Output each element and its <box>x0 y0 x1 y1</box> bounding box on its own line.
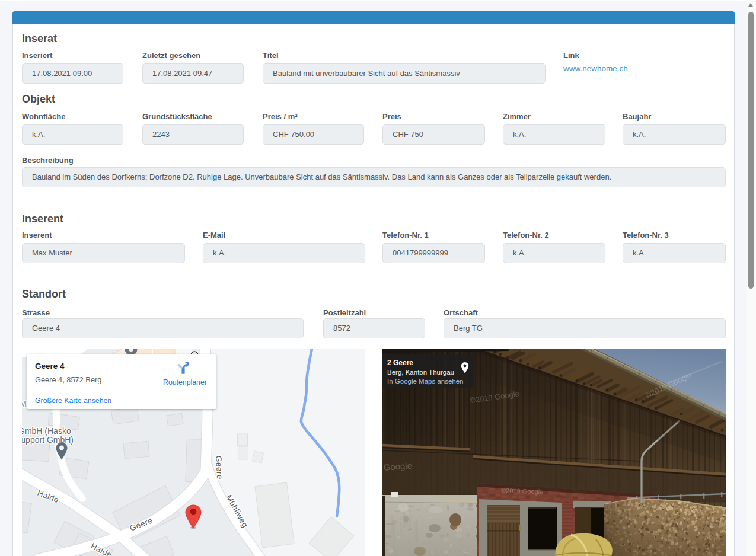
svg-text:Support GmbH): Support GmbH) <box>22 435 74 445</box>
svg-text:Google: Google <box>383 461 412 472</box>
svg-text:Geere 4: Geere 4 <box>35 362 65 370</box>
svg-text:Berg, Kanton Thurgau: Berg, Kanton Thurgau <box>387 369 454 376</box>
svg-text:GmbH (Hasko: GmbH (Hasko <box>22 426 71 436</box>
svg-text:Geere 4, 8572 Berg: Geere 4, 8572 Berg <box>35 375 101 384</box>
svg-text:©2019 Google: ©2019 Google <box>501 487 543 495</box>
svg-text:In Google Maps ansehen: In Google Maps ansehen <box>387 378 464 385</box>
svg-text:Routenplaner: Routenplaner <box>163 378 207 386</box>
svg-text:2 Geere: 2 Geere <box>387 359 413 367</box>
svg-text:Größere Karte ansehen: Größere Karte ansehen <box>35 397 111 405</box>
svg-text:Geere: Geere <box>214 455 224 480</box>
svg-text:M: M <box>22 399 27 408</box>
